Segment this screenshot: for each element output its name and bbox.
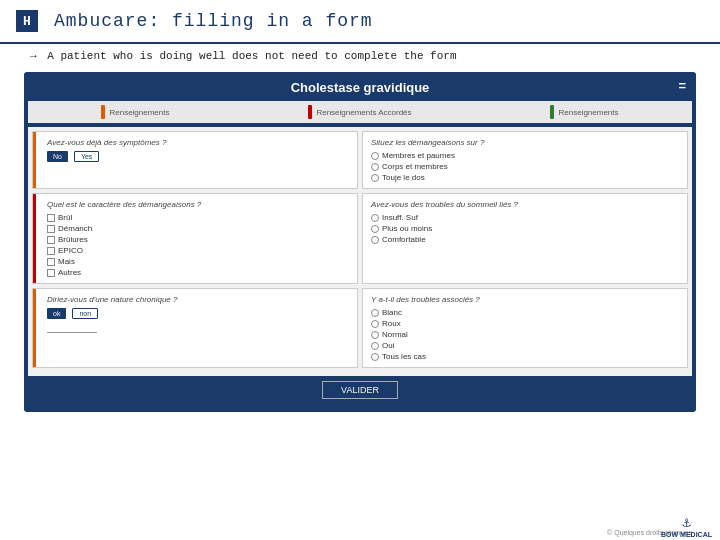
- cb-box-5: [47, 258, 55, 266]
- radio-item-1[interactable]: Membres et paumes: [371, 151, 679, 160]
- cb-box-6: [47, 269, 55, 277]
- radio-label-5: Plus ou moins: [382, 224, 432, 233]
- tab-3-label: Renseignements: [558, 108, 618, 117]
- tab-1-label: Renseignements: [109, 108, 169, 117]
- label-2-left: Quel est le caractère des démangeaisons …: [47, 200, 349, 209]
- radio-circle-8: [371, 320, 379, 328]
- label-3-right: Y a-t-il des troubles associés ?: [371, 295, 679, 304]
- buttons-3-left: ok non: [47, 308, 349, 319]
- page-title: Ambucare: filling in a form: [54, 11, 373, 31]
- label-2-right: Avez-vous des troubles du sommeil liés ?: [371, 200, 679, 209]
- form-section-2-right: Avez-vous des troubles du sommeil liés ?…: [362, 193, 688, 284]
- label-1-left: Avez-vous déjà des symptômes ?: [47, 138, 349, 147]
- tab-3-indicator: [550, 105, 554, 119]
- radio-circle-2: [371, 163, 379, 171]
- radio-item-11[interactable]: Tous les cas: [371, 352, 679, 361]
- radio-label-7: Blanc: [382, 308, 402, 317]
- form-section-2-left: Quel est le caractère des démangeaisons …: [32, 193, 358, 284]
- radio-circle-7: [371, 309, 379, 317]
- radio-group-2: Insuff. Suf Plus ou moins Comfortable: [371, 213, 679, 244]
- radio-circle-6: [371, 236, 379, 244]
- radio-label-6: Comfortable: [382, 235, 426, 244]
- checkbox-group-1: Brûl Démanch Brûlures EPICO Mais Autres: [47, 213, 349, 277]
- radio-label-3: Touje le dos: [382, 173, 425, 182]
- radio-item-4[interactable]: Insuff. Suf: [371, 213, 679, 222]
- tab-1-indicator: [101, 105, 105, 119]
- radio-label-1: Membres et paumes: [382, 151, 455, 160]
- left-bar-1: [33, 132, 36, 188]
- header: H Ambucare: filling in a form: [0, 0, 720, 44]
- form-section-3-left: Diriez-vous d'une nature chronique ? ok …: [32, 288, 358, 368]
- cb-box-2: [47, 225, 55, 233]
- radio-circle-11: [371, 353, 379, 361]
- form-content: Avez-vous déjà des symptômes ? No Yes Si…: [28, 127, 692, 376]
- arrow-icon: →: [30, 50, 37, 62]
- form-card-title-bar: Cholestase gravidique =: [24, 72, 696, 101]
- non-button[interactable]: non: [72, 308, 98, 319]
- cb-item-5[interactable]: Mais: [47, 257, 349, 266]
- subtitle-text: A patient who is doing well does not nee…: [47, 50, 456, 62]
- bow-medical-icon: ⚓: [682, 514, 690, 531]
- form-row-1: Avez-vous déjà des symptômes ? No Yes Si…: [32, 131, 688, 189]
- no-button-1[interactable]: No: [47, 151, 68, 162]
- radio-group-1: Membres et paumes Corps et membres Touje…: [371, 151, 679, 182]
- form-section-3-right: Y a-t-il des troubles associés ? Blanc R…: [362, 288, 688, 368]
- form-section-1-left: Avez-vous déjà des symptômes ? No Yes: [32, 131, 358, 189]
- label-1-right: Situez les démangeaisons sur ?: [371, 138, 679, 147]
- radio-label-11: Tous les cas: [382, 352, 426, 361]
- form-section-1-right: Situez les démangeaisons sur ? Membres e…: [362, 131, 688, 189]
- label-3-left: Diriez-vous d'une nature chronique ?: [47, 295, 349, 304]
- radio-circle-4: [371, 214, 379, 222]
- radio-circle-9: [371, 331, 379, 339]
- radio-label-10: Oui: [382, 341, 394, 350]
- close-icon[interactable]: =: [678, 78, 686, 93]
- radio-circle-10: [371, 342, 379, 350]
- radio-item-8[interactable]: Roux: [371, 319, 679, 328]
- tab-2-label: Renseignements Accordés: [316, 108, 411, 117]
- radio-label-2: Corps et membres: [382, 162, 448, 171]
- radio-label-8: Roux: [382, 319, 401, 328]
- tab-3[interactable]: Renseignements: [550, 105, 618, 119]
- radio-item-10[interactable]: Oui: [371, 341, 679, 350]
- input-line-3[interactable]: [47, 323, 97, 333]
- cb-item-1[interactable]: Brûl: [47, 213, 349, 222]
- radio-item-3[interactable]: Touje le dos: [371, 173, 679, 182]
- cb-item-3[interactable]: Brûlures: [47, 235, 349, 244]
- logo-area: ⚓ BOW MEDICAL: [661, 514, 712, 538]
- tab-1[interactable]: Renseignements: [101, 105, 169, 119]
- radio-circle-5: [371, 225, 379, 233]
- radio-item-5[interactable]: Plus ou moins: [371, 224, 679, 233]
- form-row-2: Quel est le caractère des démangeaisons …: [32, 193, 688, 284]
- tab-2-indicator: [308, 105, 312, 119]
- left-bar-2: [33, 194, 36, 283]
- validate-button[interactable]: VALIDER: [322, 381, 398, 399]
- radio-group-3: Blanc Roux Normal Oui: [371, 308, 679, 361]
- form-title: Cholestase gravidique: [291, 80, 430, 95]
- radio-label-4: Insuff. Suf: [382, 213, 418, 222]
- cb-item-4[interactable]: EPICO: [47, 246, 349, 255]
- radio-item-7[interactable]: Blanc: [371, 308, 679, 317]
- radio-circle-3: [371, 174, 379, 182]
- radio-label-9: Normal: [382, 330, 408, 339]
- subtitle: → A patient who is doing well does not n…: [0, 44, 720, 68]
- cb-item-2[interactable]: Démanch: [47, 224, 349, 233]
- cb-item-6[interactable]: Autres: [47, 268, 349, 277]
- logo-label: BOW MEDICAL: [661, 531, 712, 538]
- tab-2[interactable]: Renseignements Accordés: [308, 105, 411, 119]
- radio-item-9[interactable]: Normal: [371, 330, 679, 339]
- h-label: H: [23, 14, 31, 29]
- ok-button[interactable]: ok: [47, 308, 66, 319]
- cb-box-1: [47, 214, 55, 222]
- left-bar-3: [33, 289, 36, 367]
- form-bottom: VALIDER: [28, 376, 692, 404]
- radio-item-6[interactable]: Comfortable: [371, 235, 679, 244]
- progress-tabs: Renseignements Renseignements Accordés R…: [28, 101, 692, 123]
- form-row-3: Diriez-vous d'une nature chronique ? ok …: [32, 288, 688, 368]
- radio-circle-1: [371, 152, 379, 160]
- cb-box-3: [47, 236, 55, 244]
- yes-button-1[interactable]: Yes: [74, 151, 99, 162]
- radio-item-2[interactable]: Corps et membres: [371, 162, 679, 171]
- h-box: H: [16, 10, 38, 32]
- cb-box-4: [47, 247, 55, 255]
- buttons-1-left: No Yes: [47, 151, 349, 162]
